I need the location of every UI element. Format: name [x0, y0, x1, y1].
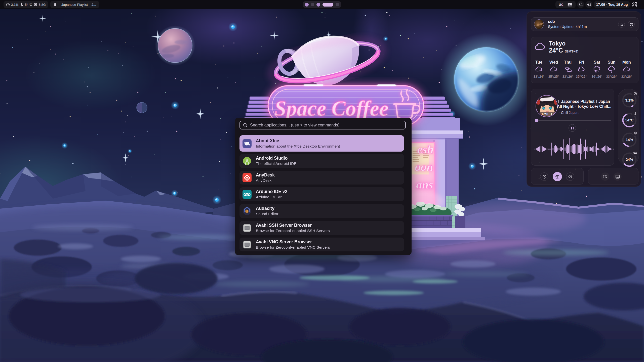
svg-text:esh: esh: [417, 143, 434, 156]
svg-text:Space Coffee: Space Coffee: [274, 97, 388, 120]
svg-text:ans: ans: [416, 178, 433, 191]
svg-text:oon: oon: [415, 160, 433, 173]
